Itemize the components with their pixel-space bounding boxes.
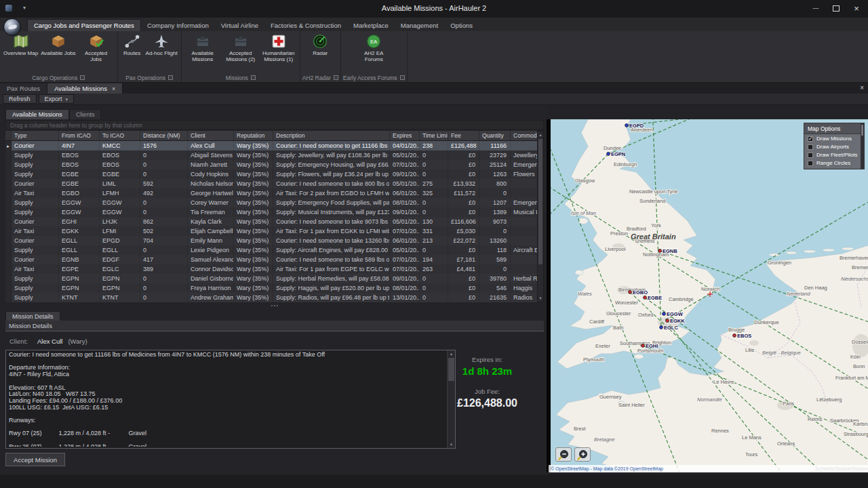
ribbon-tab-management[interactable]: Management	[395, 20, 444, 31]
ribbon-button-accepted-jobs[interactable]: Accepted Jobs	[77, 32, 115, 62]
ribbon-tab-marketplace[interactable]: Marketplace	[347, 20, 395, 31]
zoom-out-button[interactable]	[555, 447, 572, 462]
column-header-commodity[interactable]: Commodity	[511, 131, 537, 140]
table-row[interactable]: SupplyEGGWEGGW0Corey WarnerWary (35%)Sup…	[5, 198, 537, 207]
scroll-down-icon[interactable]	[448, 441, 455, 448]
checkbox-draw-fleet-pilots[interactable]	[808, 152, 813, 158]
cell-distance-nm: 0	[140, 207, 188, 217]
ribbon-tab-options[interactable]: Options	[444, 20, 479, 31]
dialog-launcher-icon[interactable]	[251, 75, 256, 80]
map-attribution[interactable]: © OpenStreetMap - Map data ©2019 OpenStr…	[549, 465, 868, 472]
map-option-range-circles[interactable]: Range Circles	[804, 159, 864, 167]
sub-tab-available-missions[interactable]: Available Missions	[5, 109, 69, 119]
table-row[interactable]: SupplyEGGWEGGW0Tia FreemanWary (35%)Supp…	[5, 207, 537, 217]
cell-quantity: 13260	[479, 236, 511, 245]
airport-marker-ebos[interactable]	[733, 334, 736, 338]
export-button[interactable]: Export	[39, 94, 75, 104]
table-row[interactable]: SupplyEBOSEBOS0Abigail StevensWary (35%)…	[5, 150, 537, 160]
scroll-up-icon[interactable]	[538, 131, 543, 138]
table-row[interactable]: SupplyEGPNEGPN0Daniel GisborneWary (35%)…	[5, 274, 537, 283]
airport-marker-egpn[interactable]	[607, 152, 610, 156]
column-header-distance-nm[interactable]: Distance (NM)	[140, 131, 188, 140]
checkbox-range-circles[interactable]	[808, 161, 813, 166]
map-option-draw-fleet-pilots[interactable]: Draw Fleet/Pilots	[804, 150, 864, 159]
table-row[interactable]: CourierEGNBEDGF417Samuel AlexanderWary (…	[5, 255, 537, 264]
ribbon-button-routes[interactable]: Routes	[120, 32, 144, 56]
ribbon-button-radar[interactable]: Radar	[308, 32, 332, 56]
column-header-client[interactable]: Client	[188, 131, 234, 140]
cell-commodity: Aircraft Engi...	[511, 245, 537, 255]
zoom-in-button[interactable]	[574, 447, 591, 462]
column-header-description[interactable]: Description	[273, 131, 390, 140]
ribbon-button-overview-map[interactable]: Overview Map	[2, 32, 39, 56]
table-row[interactable]: Air TaxiEGBOLFMH492George HartwellWary (…	[5, 188, 537, 198]
checkbox-draw-airports[interactable]	[808, 144, 813, 150]
ribbon-button-ah2-ea-forums[interactable]: EAAH2 EA Forums	[355, 32, 393, 62]
table-row[interactable]: CourierEGHILHJK862Kayla ClarkWary (35%)C…	[5, 217, 537, 226]
table-row[interactable]: SupplyEGLLEGLL0Lexie PidgeonWary (35%)Su…	[5, 245, 537, 255]
maximize-button[interactable]	[826, 0, 846, 16]
column-header-time-limit[interactable]: Time Limit	[420, 131, 448, 140]
column-header-reputation[interactable]: Reputation	[234, 131, 273, 140]
mission-description-text: Courier: I need someone to get 11166 lbs…	[9, 352, 445, 447]
table-row[interactable]: SupplyKTNTKTNT0Andrew GrahamWary (35%)Su…	[5, 293, 537, 302]
airport-marker-egkk[interactable]	[666, 319, 669, 323]
dialog-launcher-icon[interactable]	[400, 75, 405, 80]
column-header-type[interactable]: Type	[12, 131, 59, 140]
table-row[interactable]: SupplyEBOSEBOS0Niamh JarrettWary (35%)Su…	[5, 160, 537, 169]
close-document-icon[interactable]	[860, 84, 864, 92]
airport-marker-egnb[interactable]	[658, 249, 662, 253]
ribbon-tab-factories-construction[interactable]: Factories & Construction	[264, 20, 347, 31]
airport-marker-eglc[interactable]	[660, 326, 663, 329]
column-header-from-icao[interactable]: From ICAO	[59, 131, 100, 140]
description-line	[9, 378, 445, 385]
table-row[interactable]: SupplyEGBEEGBE0Cody HopkinsWary (35%)Sup…	[5, 169, 537, 179]
ribbon-tab-cargo-jobs-and-passenger-routes[interactable]: Cargo Jobs and Passenger Routes	[27, 19, 141, 31]
minimize-button[interactable]	[806, 0, 826, 16]
map-zoom-controls	[555, 447, 591, 462]
close-button[interactable]	[846, 0, 867, 16]
document-tab-available-missions[interactable]: Available Missions	[47, 83, 123, 94]
ribbon-button-available-missions[interactable]: Available Missions	[184, 32, 222, 62]
table-row[interactable]: Air TaxiEGPEEGLC389Connor DavidsonWary (…	[5, 264, 537, 274]
dialog-launcher-icon[interactable]	[80, 75, 85, 80]
scrollbar-thumb[interactable]	[538, 139, 542, 264]
scroll-down-icon[interactable]	[538, 295, 543, 302]
ribbon-button-humanitarian-missions-1[interactable]: Humanitarian Missions (1)	[260, 32, 298, 62]
map-option-draw-airports[interactable]: Draw Airports	[804, 142, 864, 150]
column-header-quantity[interactable]: Quantity	[479, 131, 511, 140]
column-header-expires[interactable]: Expires	[390, 131, 420, 140]
description-line	[9, 359, 445, 365]
grid-vertical-scrollbar[interactable]	[537, 131, 544, 302]
sub-tab-clients[interactable]: Clients	[69, 109, 102, 119]
ribbon-tab-company-information[interactable]: Company Information	[141, 20, 215, 31]
checkbox-draw-missions[interactable]	[808, 136, 813, 142]
table-row[interactable]: SupplyEGPNEGPN0Freya HarrisonWary (35%)S…	[5, 283, 537, 293]
airport-marker-egbe[interactable]	[644, 296, 647, 300]
table-row[interactable]: CourierEGBELIML592Nicholas NelsonWary (3…	[5, 179, 537, 188]
mission-details-tab[interactable]: Mission Details	[5, 311, 60, 321]
airport-marker-egbo[interactable]	[629, 291, 632, 294]
table-row[interactable]: Air TaxiEGKKLFMI502Elijah CampbellWary (…	[5, 226, 537, 236]
map-option-draw-missions[interactable]: Draw Missions	[804, 134, 864, 142]
ribbon-button-available-jobs[interactable]: Available Jobs	[39, 32, 77, 56]
ribbon-button-ad-hoc-flight[interactable]: Ad-hoc Flight	[144, 32, 179, 56]
airport-marker-eggw[interactable]	[663, 312, 666, 316]
document-tab-pax-routes[interactable]: Pax Routes	[0, 83, 47, 94]
map-options-scrollbar[interactable]	[861, 123, 864, 169]
column-header-fee[interactable]: Fee	[448, 131, 479, 140]
application-menu-orb[interactable]	[3, 18, 21, 36]
dialog-launcher-icon[interactable]	[334, 75, 338, 80]
dialog-launcher-icon[interactable]	[168, 75, 173, 80]
splitter-grip[interactable]	[269, 304, 281, 307]
map[interactable]: AberdeenDundeeEdinburghGlasgowNewcastle …	[551, 119, 868, 472]
airport-marker-eghi[interactable]	[642, 344, 645, 348]
ribbon-tab-virtual-airline[interactable]: Virtual Airline	[215, 20, 264, 31]
airport-marker-egpd[interactable]	[625, 124, 629, 127]
refresh-button[interactable]: Refresh	[3, 94, 37, 104]
table-row[interactable]: CourierEGLLEPGD704Emily MannWary (35%)Co…	[5, 236, 537, 245]
ribbon-button-accepted-missions-2[interactable]: Accepted Missions (2)	[222, 32, 260, 62]
column-header-to-icao[interactable]: To ICAO	[100, 131, 140, 140]
accept-mission-button[interactable]: Accept Mission	[5, 453, 65, 466]
table-row[interactable]: Courier4IN7KMCC1576Alex CullWary (35%)Co…	[5, 141, 537, 150]
